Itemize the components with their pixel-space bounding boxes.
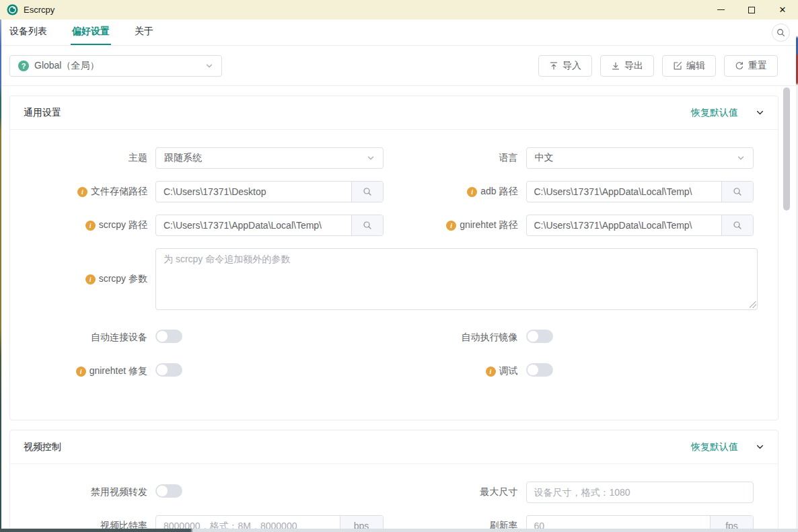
info-icon: i [85,274,96,284]
app-logo-icon [7,4,18,15]
collapse-chevron-icon[interactable] [756,443,764,451]
gnirehtet-fix-field: i gnirehtet 修复 [24,360,394,382]
chevron-down-icon [367,154,375,162]
debug-label: i 调试 [394,365,526,377]
refresh-icon [735,61,744,71]
bitrate-unit: bps [340,516,383,532]
theme-select[interactable]: 跟随系统 [155,147,384,169]
edit-icon [673,61,682,71]
upload-icon [549,61,558,71]
tab-device-list-label: 设备列表 [9,26,47,38]
refresh-rate-unit: fps [710,516,753,532]
export-button[interactable]: 导出 [600,55,654,77]
preferences-toolbar: ? Global（全局） 导入 导出 [0,46,798,86]
auto-mirror-field: 自动执行镜像 [394,327,765,348]
gnirehtet-path-label: i gnirehtet 路径 [394,219,526,231]
auto-mirror-toggle[interactable] [526,330,553,343]
search-icon [363,187,372,196]
disable-video-label-text: 禁用视频转发 [91,486,147,498]
minimize-button[interactable] [705,0,736,20]
theme-label: 主题 [24,152,155,164]
general-restore-defaults-link[interactable]: 恢复默认值 [691,107,738,119]
edit-button-label: 编辑 [686,60,705,72]
general-settings-card: 通用设置 恢复默认值 主题 跟随系统 [9,96,778,420]
max-size-label-text: 最大尺寸 [480,486,518,498]
file-path-input[interactable] [156,182,351,202]
chevron-down-icon [737,154,745,162]
bitrate-input[interactable] [156,516,340,532]
window-controls: ✕ [705,0,798,20]
debug-toggle[interactable] [526,363,553,377]
import-button[interactable]: 导入 [538,55,592,77]
auto-mirror-label-text: 自动执行镜像 [462,332,518,344]
toolbar-buttons: 导入 导出 编辑 重置 [538,55,778,77]
question-circle-icon: ? [18,61,29,71]
info-icon: i [85,221,96,231]
refresh-rate-label: 刷新率 [394,520,526,532]
info-icon: i [76,367,86,377]
gnirehtet-fix-toggle[interactable] [155,363,182,377]
video-restore-defaults-link[interactable]: 恢复默认值 [691,441,738,453]
video-control-header: 视频控制 恢复默认值 [10,430,778,464]
edit-button[interactable]: 编辑 [662,55,716,77]
scrcpy-path-browse-button[interactable] [351,215,383,235]
file-path-label-text: 文件存储路径 [91,186,147,198]
refresh-rate-input[interactable] [527,516,711,532]
scrcpy-args-textarea[interactable] [155,248,758,310]
scrcpy-args-field: i scrcpy 参数 [24,248,764,310]
max-size-label: 最大尺寸 [394,486,526,498]
bitrate-label: 视频比特率 [24,520,155,532]
gnirehtet-path-label-text: gnirehtet 路径 [460,219,517,231]
adb-path-label: i adb 路径 [394,186,526,198]
reset-button[interactable]: 重置 [724,55,778,77]
vertical-scrollbar[interactable] [783,87,790,528]
info-icon: i [446,221,456,231]
scrcpy-path-input[interactable] [156,215,351,235]
import-button-label: 导入 [563,60,581,72]
maximize-button[interactable] [736,0,767,20]
language-field: 语言 中文 [394,147,765,169]
disable-video-toggle[interactable] [155,484,182,498]
scrcpy-args-label-text: scrcpy 参数 [99,273,147,285]
debug-field: i 调试 [394,360,765,382]
general-settings-form: 主题 跟随系统 语言 中文 [10,130,778,420]
gnirehtet-path-browse-button[interactable] [721,215,753,235]
refresh-rate-label-text: 刷新率 [490,520,518,532]
scope-select[interactable]: ? Global（全局） [9,55,222,77]
file-path-browse-button[interactable] [351,182,383,202]
refresh-rate-field: 刷新率 fps [394,515,765,532]
close-button[interactable]: ✕ [767,0,798,20]
chevron-down-icon [205,62,213,70]
tab-preferences[interactable]: 偏好设置 [71,20,111,45]
auto-connect-field: 自动连接设备 [24,327,394,348]
collapse-chevron-icon[interactable] [756,108,764,117]
search-button[interactable] [772,24,790,42]
minimize-icon [717,9,725,10]
auto-connect-toggle[interactable] [155,330,182,343]
max-size-input[interactable] [527,482,754,502]
bitrate-label-text: 视频比特率 [100,520,147,532]
gnirehtet-path-input[interactable] [527,215,722,235]
adb-path-label-text: adb 路径 [480,186,517,198]
titlebar: Escrcpy ✕ [0,0,798,20]
auto-mirror-label: 自动执行镜像 [394,332,526,344]
scope-select-value: Global（全局） [34,60,200,72]
gnirehtet-fix-label-text: gnirehtet 修复 [89,365,147,377]
gnirehtet-path-field: i gnirehtet 路径 [394,215,765,236]
language-select[interactable]: 中文 [526,147,754,169]
tab-device-list[interactable]: 设备列表 [8,20,48,45]
auto-connect-label-text: 自动连接设备 [91,332,147,344]
general-settings-title: 通用设置 [24,107,61,119]
tabbar: 设备列表 偏好设置 关于 [0,20,798,46]
adb-path-browse-button[interactable] [721,182,753,202]
theme-field: 主题 跟随系统 [24,147,394,169]
disable-video-field: 禁用视频转发 [24,482,394,503]
auto-connect-label: 自动连接设备 [24,332,155,344]
scrollbar-thumb[interactable] [783,87,790,211]
language-select-value: 中文 [535,152,554,164]
disable-video-label: 禁用视频转发 [24,486,155,498]
video-control-form: 禁用视频转发 最大尺寸 视频比特率 [10,464,778,532]
search-icon [776,28,785,37]
tab-about[interactable]: 关于 [133,20,155,45]
adb-path-input[interactable] [527,182,722,202]
